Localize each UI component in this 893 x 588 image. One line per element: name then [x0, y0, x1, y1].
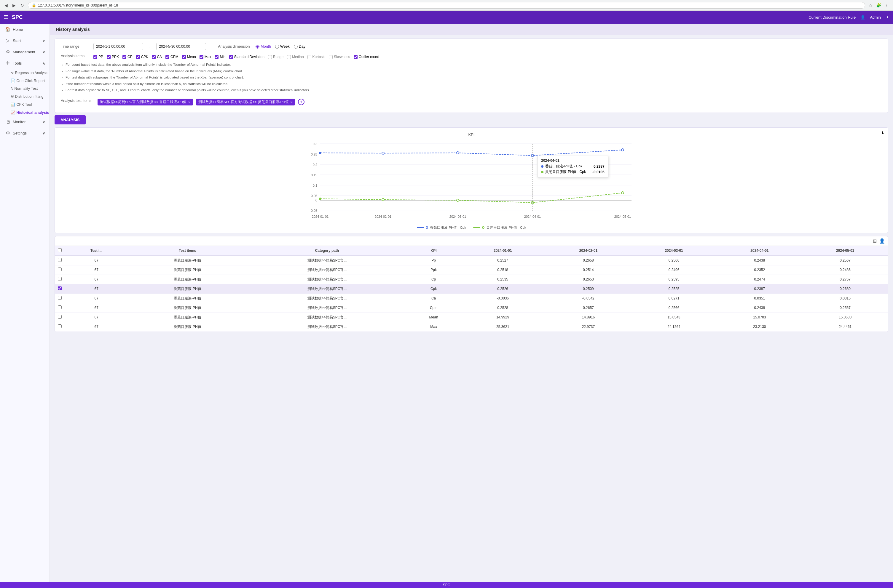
row-name: 香菇口服液-PH值	[128, 265, 247, 274]
row-kpi: Ppk	[407, 265, 460, 274]
table-row: 67 香菇口服液-PH值 测试数据>>简易SPC官... Pp 0.2527 0…	[55, 256, 888, 266]
cb-max[interactable]: Max	[200, 55, 211, 59]
tag-1-text: 测试数据>>简易SPC官方测试数据 >> 香菇口服液-PH值	[100, 100, 187, 104]
row-checkbox[interactable]	[58, 305, 62, 309]
sidebar-item-home-label: Home	[13, 27, 23, 32]
sidebar-item-one-click[interactable]: 📄 One-Click Report	[0, 77, 50, 85]
row-v2: 22.9737	[546, 322, 631, 332]
sidebar-item-management[interactable]: ⚙ Management ∨	[0, 46, 50, 57]
row-checkbox[interactable]	[58, 324, 62, 328]
row-name: 香菇口服液-PH值	[128, 312, 247, 322]
menu-icon[interactable]: ⋮	[884, 2, 890, 8]
dimension-day[interactable]: Day	[294, 44, 305, 49]
th-date-2: 2024-02-01	[546, 246, 631, 256]
sidebar-item-home[interactable]: 🏠 Home	[0, 24, 50, 35]
row-name: 香菇口服液-PH值	[128, 322, 247, 332]
sidebar-item-tools[interactable]: ✛ Tools ∧	[0, 57, 50, 69]
sidebar-item-monitor[interactable]: 🖥 Monitor ∨	[0, 116, 50, 128]
row-checkbox[interactable]	[58, 267, 62, 272]
date-to-input[interactable]	[156, 43, 206, 50]
sidebar-item-regression[interactable]: ∿ Regression Analysis	[0, 69, 50, 77]
extension-icon[interactable]: 🧩	[875, 2, 882, 8]
analysis-button[interactable]: ANALYSIS	[54, 115, 86, 124]
row-id: 67	[65, 294, 128, 303]
th-kpi: KPI	[407, 246, 460, 256]
cb-ca[interactable]: CA	[152, 55, 162, 59]
cb-stddev[interactable]: Standard Deviation	[229, 55, 265, 59]
row-checkbox[interactable]	[58, 277, 62, 281]
legend-dot-1	[426, 226, 428, 229]
row-checkbox-cell[interactable]	[55, 294, 65, 303]
row-id: 67	[65, 303, 128, 312]
add-tag-button[interactable]: +	[298, 99, 305, 105]
table-grid-view-button[interactable]: ⊞	[873, 238, 877, 244]
th-category-path: Category path	[247, 246, 407, 256]
topbar-more-icon[interactable]: ⋮	[885, 15, 890, 20]
dimension-week[interactable]: Week	[275, 44, 290, 49]
legend-line-1	[417, 227, 424, 228]
dimension-month[interactable]: Month	[256, 44, 271, 49]
row-checkbox-cell[interactable]	[55, 265, 65, 274]
sidebar-item-settings[interactable]: ⚙ Settings ∨	[0, 128, 50, 139]
cb-ppk[interactable]: PPK	[107, 55, 119, 59]
green-dot-1	[319, 198, 322, 200]
cb-cp[interactable]: CP	[122, 55, 132, 59]
row-v4: 15.0703	[717, 312, 802, 322]
info-item-2: For single-value test data, the 'Number …	[66, 68, 882, 74]
row-checkbox[interactable]	[58, 258, 62, 262]
row-checkbox-cell[interactable]	[55, 312, 65, 322]
row-checkbox-cell[interactable]	[55, 303, 65, 312]
download-icon[interactable]: ⬇	[881, 130, 884, 135]
row-checkbox[interactable]	[58, 315, 62, 319]
sidebar-item-historical[interactable]: 📈 Historical analysis	[0, 108, 50, 116]
row-checkbox-cell[interactable]	[55, 256, 65, 266]
blue-dot-1	[319, 152, 322, 154]
topbar-right: Current Discrimination Rule 👤 Admin ⋮	[809, 15, 890, 20]
filter-panel: Time range - Analysis dimension Month We…	[54, 39, 888, 113]
cb-pp[interactable]: PP	[93, 55, 103, 59]
row-checkbox-cell[interactable]	[55, 322, 65, 332]
forward-button[interactable]: ▶	[11, 2, 17, 8]
sidebar-item-one-click-label: One-Click Report	[16, 79, 45, 83]
table-header: Test i... Test items Category path KPI 2…	[55, 246, 888, 256]
sidebar-item-start[interactable]: ▷ Start ∨	[0, 35, 50, 46]
back-button[interactable]: ◀	[3, 2, 9, 8]
browser-nav[interactable]: ◀ ▶ ↻	[3, 2, 26, 8]
th-select-all[interactable]	[55, 246, 65, 256]
topbar-menu-icon[interactable]: ☰	[3, 14, 8, 21]
tag-2-close[interactable]: ×	[290, 100, 293, 104]
sidebar-item-cpk[interactable]: 📊 CPK Tool	[0, 100, 50, 108]
sidebar-item-distribution[interactable]: ≋ Distribution fitting	[0, 92, 50, 100]
row-v1: 0.2526	[460, 284, 546, 294]
row-name: 香菇口服液-PH值	[128, 284, 247, 294]
row-v4: 23.2130	[717, 322, 802, 332]
row-checkbox-cell[interactable]	[55, 284, 65, 294]
row-checkbox-cell[interactable]	[55, 274, 65, 284]
row-checkbox[interactable]	[58, 296, 62, 300]
row-v3: 0.0271	[631, 294, 717, 303]
star-icon[interactable]: ☆	[867, 2, 874, 8]
sidebar-item-start-label: Start	[13, 39, 21, 43]
cb-median[interactable]: Median	[287, 55, 304, 59]
refresh-button[interactable]: ↻	[19, 2, 26, 8]
browser-url-bar[interactable]: 🔒 127.0.0.1:5001/history?menu_id=30&pare…	[28, 2, 865, 9]
tag-1-close[interactable]: ×	[188, 100, 191, 104]
cb-cpm[interactable]: CPM	[165, 55, 179, 59]
row-path: 测试数据>>简易SPC官...	[247, 322, 407, 332]
date-from-input[interactable]	[93, 43, 143, 50]
sidebar-item-tools-label: Tools	[13, 61, 22, 66]
cb-min[interactable]: Min	[215, 55, 226, 59]
row-checkbox[interactable]	[58, 286, 62, 290]
cb-cpk[interactable]: CPK	[136, 55, 149, 59]
cb-kurtosis[interactable]: Kurtosis	[307, 55, 325, 59]
cb-outlier[interactable]: Outlier count	[354, 55, 379, 59]
sidebar-item-normality[interactable]: N Normality Test	[0, 85, 50, 92]
blue-dot-2	[382, 152, 384, 154]
svg-text:0.15: 0.15	[311, 173, 317, 177]
cb-mean[interactable]: Mean	[182, 55, 196, 59]
table-row: 67 香菇口服液-PH值 测试数据>>简易SPC官... Ca -0.0036 …	[55, 294, 888, 303]
row-path: 测试数据>>简易SPC官...	[247, 303, 407, 312]
cb-skewness[interactable]: Skewness	[329, 55, 350, 59]
table-list-view-button[interactable]: 👤	[879, 238, 885, 244]
cb-range[interactable]: Range	[268, 55, 283, 59]
